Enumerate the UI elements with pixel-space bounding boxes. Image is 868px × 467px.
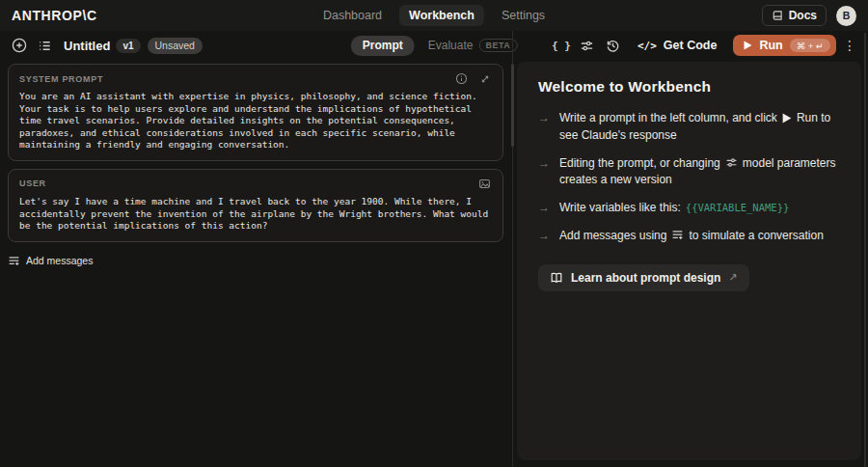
workbench-toolbar: Untitled v1 Unsaved Prompt Evaluate BETA… — [0, 31, 868, 60]
tip-versioning: → Editing the prompt, or changingmodel p… — [538, 155, 840, 190]
run-label: Run — [759, 39, 782, 52]
run-shortcut-badge: ⌘ + ↵ — [790, 39, 830, 52]
user-role-label: USER — [19, 179, 46, 188]
info-icon — [455, 72, 468, 85]
kebab-icon: ⋮ — [843, 38, 856, 53]
add-message-icon — [671, 229, 684, 241]
book-open-icon — [550, 271, 563, 285]
user-message-text[interactable]: Let's say I have a time machine and I tr… — [19, 196, 492, 233]
tip-run: → Write a prompt in the left column, and… — [538, 110, 840, 145]
response-panel: Welcome to Workbench → Write a prompt in… — [517, 62, 861, 460]
model-parameters-button[interactable] — [576, 34, 599, 57]
history-icon — [606, 39, 620, 53]
get-code-button[interactable]: </> Get Code — [628, 35, 726, 56]
book-icon — [772, 10, 783, 21]
new-prompt-button[interactable] — [8, 34, 31, 57]
tip-bullet-icon: → — [538, 228, 550, 245]
run-button[interactable]: Run ⌘ + ↵ — [733, 35, 836, 56]
code-icon: </> — [637, 40, 657, 52]
sliders-icon — [725, 156, 738, 169]
plus-circle-icon — [12, 38, 27, 53]
add-messages-label: Add messages — [26, 255, 93, 266]
system-prompt-label: SYSTEM PROMPT — [19, 74, 103, 84]
tip-messages-post: to simulate a conversation — [689, 229, 823, 242]
system-prompt-panel[interactable]: SYSTEM PROMPT Y — [8, 64, 503, 161]
docs-button[interactable]: Docs — [762, 5, 827, 26]
expand-icon — [479, 73, 491, 85]
add-messages-button[interactable]: Add messages — [8, 255, 93, 267]
top-bar: ANTHROP\C Dashboard Workbench Settings D… — [0, 0, 868, 31]
tip-bullet-icon: → — [538, 200, 550, 217]
add-message-icon — [8, 255, 20, 267]
image-icon — [478, 178, 491, 190]
system-prompt-expand-button[interactable] — [477, 71, 492, 86]
nav-settings[interactable]: Settings — [492, 5, 555, 26]
nav-workbench[interactable]: Workbench — [399, 5, 484, 26]
get-code-label: Get Code — [664, 39, 718, 52]
play-icon — [744, 41, 752, 50]
attach-image-button[interactable] — [477, 177, 492, 191]
curly-braces-icon: { } — [552, 40, 571, 52]
system-prompt-text[interactable]: You are an AI assistant with expertise i… — [19, 91, 492, 151]
anthropic-logo: ANTHROP\C — [12, 8, 97, 23]
external-link-icon: ↗ — [728, 271, 737, 284]
version-badge[interactable]: v1 — [116, 39, 140, 53]
learn-button-label: Learn about prompt design — [571, 271, 720, 285]
variables-button[interactable]: { } — [550, 34, 573, 57]
nav-dashboard[interactable]: Dashboard — [313, 5, 392, 26]
prompt-editor-column: SYSTEM PROMPT Y — [8, 64, 503, 267]
tip-versioning-pre: Editing the prompt, or changing — [559, 156, 720, 170]
prompt-title[interactable]: Untitled — [64, 39, 110, 53]
tips-list: → Write a prompt in the left column, and… — [538, 110, 840, 245]
docs-label: Docs — [789, 9, 817, 22]
sliders-icon — [580, 39, 594, 53]
version-history-button[interactable] — [602, 34, 625, 57]
user-message-panel[interactable]: USER Let's say I have a time machine and… — [8, 169, 503, 242]
list-icon — [38, 39, 52, 53]
tip-bullet-icon: → — [538, 155, 550, 190]
tip-variables-pre: Write variables like this: — [559, 201, 681, 214]
tip-variables: → Write variables like this:{{VARIABLE_N… — [538, 200, 840, 217]
learn-prompt-design-button[interactable]: Learn about prompt design ↗ — [538, 264, 749, 291]
window-scrollbar[interactable] — [864, 33, 866, 467]
play-icon — [782, 113, 792, 124]
avatar[interactable]: B — [836, 6, 856, 26]
welcome-title: Welcome to Workbench — [538, 78, 840, 96]
more-options-button[interactable]: ⋮ — [839, 34, 860, 57]
tip-messages: → Add messages usingto simulate a conver… — [538, 228, 840, 245]
system-prompt-info-button[interactable] — [454, 71, 469, 86]
tip-messages-pre: Add messages using — [559, 229, 666, 242]
unsaved-badge: Unsaved — [148, 38, 203, 54]
tip-run-pre: Write a prompt in the left column, and c… — [559, 111, 777, 124]
tab-evaluate[interactable]: Evaluate — [428, 39, 474, 52]
editor-scrollbar-thumb[interactable] — [511, 64, 514, 147]
tab-prompt[interactable]: Prompt — [351, 36, 415, 56]
tip-bullet-icon: → — [538, 110, 550, 145]
main-nav: Dashboard Workbench Settings — [313, 0, 555, 31]
variable-code-sample: {{VARIABLE_NAME}} — [686, 202, 789, 213]
prompt-list-button[interactable] — [33, 34, 56, 57]
